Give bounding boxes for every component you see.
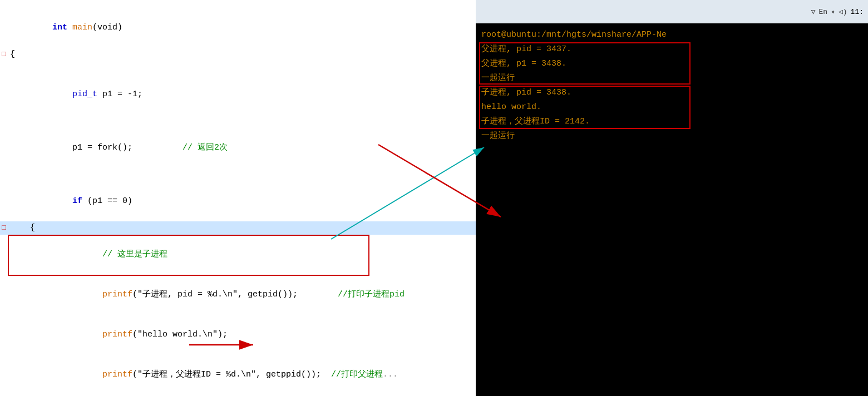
terminal-line-path: root@ubuntu:/mnt/hgts/winshare/APP-Ne xyxy=(481,28,862,42)
child-printf3: printf("子进程，父进程ID = %d.\n", getppid()); … xyxy=(10,355,476,395)
code-line-open-brace1: □ { xyxy=(0,221,476,235)
terminal: root@ubuntu:/mnt/hgts/winshare/APP-Ne 父进… xyxy=(476,23,868,396)
blank-line xyxy=(0,61,476,75)
child-comment-line: // 这里是子进程 xyxy=(10,235,476,275)
code-line-4: pid_t p1 = -1; xyxy=(0,75,476,115)
line-marker-2: □ xyxy=(0,48,8,61)
blank-line xyxy=(0,115,476,128)
term-child-pid: 子进程, pid = 3438. xyxy=(481,86,862,100)
type-pid: pid_t xyxy=(72,90,97,99)
code-line-fork: p1 = fork(); // 返回2次 xyxy=(0,128,476,168)
child-process-block: // 这里是子进程 printf("子进程, pid = %d.\n", get… xyxy=(10,235,476,395)
term-together-1: 一起运行 xyxy=(481,71,862,86)
code-panel: int main(void) □ { pid_t p1 = -1; p1 = f… xyxy=(0,0,476,396)
term-together-2: 一起运行 xyxy=(481,129,862,143)
child-printf2: printf("hello world.\n"); xyxy=(10,315,476,355)
lang-icon: En xyxy=(819,8,828,16)
taskbar: ▽ En ✦ ◁) 11: xyxy=(476,0,868,23)
child-output-section: 子进程, pid = 3438. hello world. 子进程，父进程ID … xyxy=(481,86,862,129)
wifi-icon: ▽ xyxy=(811,7,816,16)
right-panel: ▽ En ✦ ◁) 11: root@ubuntu:/mnt/hgts/wins… xyxy=(476,0,868,396)
parent-output-section: 父进程, pid = 3437. 父进程, p1 = 3438. 一起运行 xyxy=(481,42,862,86)
function-main: main xyxy=(72,23,92,32)
clock: 11: xyxy=(851,8,864,16)
term-parent-p1: 父进程, p1 = 3438. xyxy=(481,57,862,71)
code-line-1: int main(void) xyxy=(0,8,476,48)
bluetooth-icon: ✦ xyxy=(831,7,835,16)
volume-icon: ◁) xyxy=(839,7,847,16)
code-line-if1: if (p1 == 0) xyxy=(0,181,476,221)
term-hello: hello world. xyxy=(481,100,862,115)
line-marker-brace1: □ xyxy=(0,221,8,235)
child-printf1: printf("子进程, pid = %d.\n", getpid()); //… xyxy=(10,275,476,315)
term-child-ppid: 子进程，父进程ID = 2142. xyxy=(481,115,862,129)
term-parent-pid: 父进程, pid = 3437. xyxy=(481,42,862,57)
code-line-2: □ { xyxy=(0,48,476,61)
blank-line xyxy=(0,168,476,181)
keyword-int: int xyxy=(52,23,72,32)
